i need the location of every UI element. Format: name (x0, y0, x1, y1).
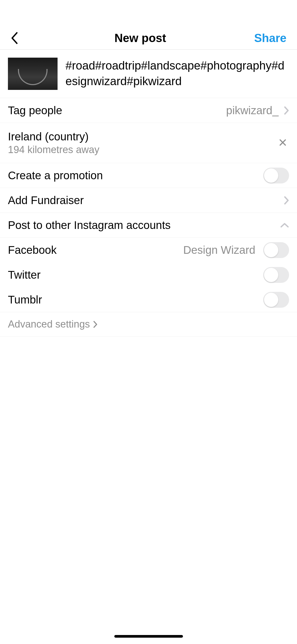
chevron-right-icon (284, 106, 289, 115)
remove-location-button[interactable] (276, 135, 289, 151)
tumblr-toggle[interactable] (263, 292, 289, 308)
twitter-row: Twitter (0, 263, 297, 287)
twitter-toggle[interactable] (263, 267, 289, 283)
post-thumbnail[interactable] (8, 58, 58, 90)
post-other-accounts-row[interactable]: Post to other Instagram accounts (0, 213, 297, 238)
home-indicator[interactable] (114, 635, 183, 638)
nav-bar: New post Share (0, 26, 297, 50)
caption-section: #road#roadtrip#landscape#photography#des… (0, 50, 297, 98)
share-button[interactable]: Share (254, 31, 286, 45)
add-fundraiser-label: Add Fundraiser (8, 194, 84, 207)
chevron-right-icon (284, 196, 289, 205)
close-icon (279, 139, 286, 146)
twitter-label: Twitter (8, 269, 41, 281)
page-title: New post (26, 31, 254, 45)
advanced-settings-row[interactable]: Advanced settings (0, 312, 297, 337)
tag-people-row[interactable]: Tag people pikwizard_ (0, 98, 297, 123)
tag-people-value: pikwizard_ (226, 104, 279, 117)
back-button[interactable] (11, 30, 26, 46)
location-distance: 194 kilometres away (8, 144, 99, 155)
chevron-right-icon (93, 321, 97, 328)
facebook-account: Design Wizard (183, 244, 255, 256)
chevron-up-icon (280, 223, 289, 228)
caption-input[interactable]: #road#roadtrip#landscape#photography#des… (65, 58, 289, 90)
create-promotion-toggle[interactable] (263, 168, 289, 183)
location-row[interactable]: Ireland (country) 194 kilometres away (0, 123, 297, 163)
tumblr-label: Tumblr (8, 293, 42, 306)
chevron-left-icon (11, 32, 18, 44)
tag-people-label: Tag people (8, 104, 62, 117)
facebook-label: Facebook (8, 244, 56, 256)
create-promotion-label: Create a promotion (8, 169, 103, 182)
location-name: Ireland (country) (8, 130, 99, 143)
advanced-settings-label: Advanced settings (8, 319, 90, 330)
add-fundraiser-row[interactable]: Add Fundraiser (0, 188, 297, 213)
tumblr-row: Tumblr (0, 287, 297, 312)
facebook-toggle[interactable] (263, 242, 289, 258)
create-promotion-row: Create a promotion (0, 163, 297, 188)
post-other-accounts-label: Post to other Instagram accounts (8, 219, 171, 232)
facebook-row: Facebook Design Wizard (0, 238, 297, 263)
